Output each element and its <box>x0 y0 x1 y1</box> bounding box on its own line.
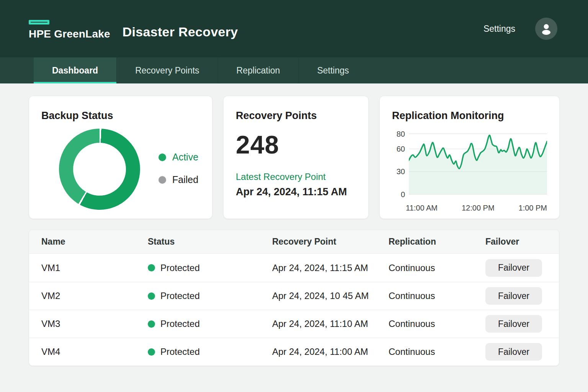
vm-replication-mode: Continuous <box>389 346 485 357</box>
replication-chart-svg <box>409 128 547 199</box>
vm-recovery-point: Apr 24, 2024, 10 45 AM <box>272 291 389 301</box>
tab-label: Settings <box>317 65 349 76</box>
failover-button-vm3[interactable]: Failover <box>485 315 542 333</box>
latest-recovery-point-label: Latest Recovery Point <box>236 172 356 182</box>
status-label: Protected <box>160 263 200 273</box>
tab-label: Replication <box>237 65 280 76</box>
x-tick-label: 11:00 AM <box>406 204 438 212</box>
vm-replication-mode: Continuous <box>389 291 485 301</box>
vm-status: Protected <box>148 263 272 273</box>
backup-legend-label-1: Failed <box>172 174 198 185</box>
backup-legend-label-0: Active <box>172 152 198 163</box>
y-tick-label: 0 <box>401 190 405 199</box>
failover-cell: Failover <box>485 343 547 361</box>
table-row-vm1: VM1 Protected Apr 24, 2024, 11:15 AM Con… <box>29 254 559 282</box>
vm-status: Protected <box>148 291 272 301</box>
vm-replication-mode: Continuous <box>389 318 485 329</box>
status-label: Protected <box>160 291 200 301</box>
legend-item-active: Active <box>158 152 198 163</box>
backup-legend-dot-1 <box>158 176 166 184</box>
failover-button-vm4[interactable]: Failover <box>485 343 542 361</box>
status-dot-icon <box>148 320 155 328</box>
vm-name: VM2 <box>41 291 148 301</box>
backup-status-card: Backup Status Active Failed <box>29 96 212 219</box>
tab-replication[interactable]: Replication <box>218 57 299 83</box>
failover-button-vm1[interactable]: Failover <box>485 259 542 277</box>
vm-status: Protected <box>148 346 272 357</box>
failover-cell: Failover <box>485 287 547 305</box>
failover-button-vm2[interactable]: Failover <box>485 287 542 305</box>
vm-table: Name Status Recovery Point Replication F… <box>29 230 559 366</box>
backup-donut-row: Active Failed <box>41 129 200 210</box>
recovery-points-title: Recovery Points <box>236 110 356 122</box>
user-icon <box>540 22 553 35</box>
main-content: Backup Status Active Failed <box>0 83 588 392</box>
brand-name: HPE GreenLake <box>29 28 110 40</box>
column-header-failover: Failover <box>485 237 547 247</box>
table-header-row: Name Status Recovery Point Replication F… <box>29 230 559 254</box>
nav-tabs: Dashboard Recovery Points Replication Se… <box>0 57 588 83</box>
header-settings-link[interactable]: Settings <box>483 24 515 34</box>
status-label: Protected <box>160 346 200 357</box>
x-tick-label: 12:00 PM <box>462 204 495 212</box>
y-tick-label: 60 <box>397 145 405 154</box>
y-tick-label: 80 <box>397 129 405 138</box>
backup-legend: Active Failed <box>158 152 198 185</box>
vm-name: VM1 <box>41 263 148 273</box>
replication-monitoring-title: Replication Monitoring <box>392 110 547 122</box>
vm-name: VM4 <box>41 346 148 357</box>
recovery-points-count: 248 <box>236 130 356 159</box>
app-root: HPE GreenLake Disaster Recovery Settings… <box>0 0 588 392</box>
page-title: Disaster Recovery <box>122 18 238 39</box>
backup-status-title: Backup Status <box>41 110 200 122</box>
donut-hole <box>73 143 126 196</box>
status-dot-icon <box>148 348 155 356</box>
tab-label: Recovery Points <box>135 65 199 76</box>
vm-status: Protected <box>148 318 272 329</box>
header-actions: Settings <box>483 18 557 40</box>
tab-label: Dashboard <box>52 65 98 76</box>
status-label: Protected <box>160 318 200 329</box>
y-tick-label: 30 <box>397 167 405 176</box>
failover-cell: Failover <box>485 259 547 277</box>
backup-donut-chart <box>59 129 140 210</box>
vm-replication-mode: Continuous <box>389 263 485 273</box>
brand-group: HPE GreenLake Disaster Recovery <box>29 18 238 40</box>
avatar[interactable] <box>535 18 557 40</box>
summary-cards: Backup Status Active Failed <box>29 96 559 219</box>
column-header-name: Name <box>41 237 148 247</box>
x-tick-label: 1:00 PM <box>519 204 547 212</box>
legend-item-failed: Failed <box>158 174 198 185</box>
failover-cell: Failover <box>485 315 547 333</box>
recovery-points-card: Recovery Points 248 Latest Recovery Poin… <box>223 96 369 219</box>
replication-chart: 8060300 <box>392 128 547 199</box>
vm-name: VM3 <box>41 318 148 329</box>
replication-y-axis: 8060300 <box>392 128 409 199</box>
replication-x-axis: 11:00 AM 12:00 PM 1:00 PM <box>406 204 547 212</box>
table-row-vm4: VM4 Protected Apr 24, 2024, 11:00 AM Con… <box>29 338 559 366</box>
vm-recovery-point: Apr 24, 2024, 11:10 AM <box>272 318 389 329</box>
hpe-logo-mark-icon <box>29 20 49 24</box>
replication-plot <box>409 128 547 199</box>
column-header-status: Status <box>148 237 272 247</box>
status-dot-icon <box>148 264 155 271</box>
hpe-greenlake-logo: HPE GreenLake <box>29 18 110 40</box>
tab-settings[interactable]: Settings <box>298 57 367 83</box>
table-row-vm2: VM2 Protected Apr 24, 2024, 10 45 AM Con… <box>29 282 559 310</box>
replication-monitoring-card: Replication Monitoring 8060300 11:00 AM … <box>379 96 560 219</box>
vm-recovery-point: Apr 24, 2024, 11:15 AM <box>272 263 389 273</box>
vm-recovery-point: Apr 24, 2024, 11:00 AM <box>272 346 389 357</box>
column-header-replication: Replication <box>389 237 485 247</box>
tab-dashboard[interactable]: Dashboard <box>34 57 116 83</box>
app-header: HPE GreenLake Disaster Recovery Settings <box>0 0 588 57</box>
column-header-recovery-point: Recovery Point <box>272 237 389 247</box>
backup-legend-dot-0 <box>158 154 166 161</box>
latest-recovery-point-value: Apr 24, 2024, 11:15 AM <box>236 186 356 198</box>
table-row-vm3: VM3 Protected Apr 24, 2024, 11:10 AM Con… <box>29 310 559 338</box>
tab-recovery-points[interactable]: Recovery Points <box>116 57 217 83</box>
status-dot-icon <box>148 292 155 300</box>
